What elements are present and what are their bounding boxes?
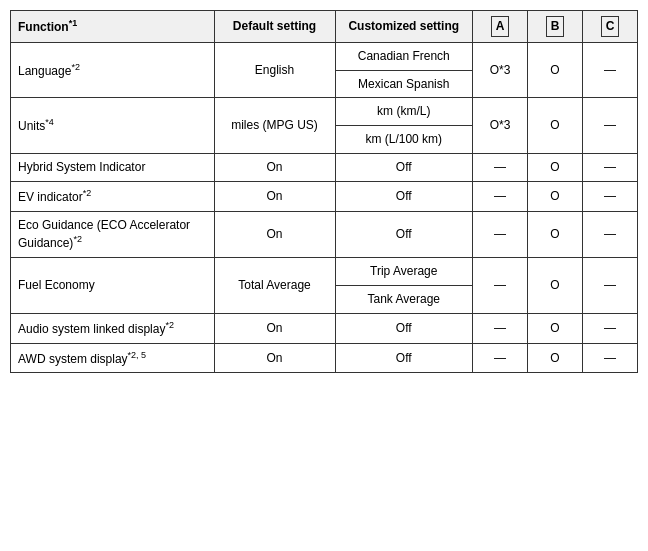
cell-custom: Off — [335, 313, 473, 343]
cell-col_c: — — [583, 211, 638, 258]
cell-function: Language*2 — [11, 42, 215, 98]
cell-custom: Off — [335, 211, 473, 258]
cell-col_a: — — [473, 153, 528, 181]
cell-col_b: O — [528, 42, 583, 98]
table-row: Units*4miles (MPG US)km (km/L)O*3O— — [11, 98, 638, 126]
cell-col_b: O — [528, 313, 583, 343]
table-row: Language*2EnglishCanadian FrenchO*3O— — [11, 42, 638, 70]
table-row: AWD system display*2, 5OnOff—O— — [11, 343, 638, 373]
cell-col_b: O — [528, 211, 583, 258]
cell-custom: km (km/L) — [335, 98, 473, 126]
cell-col_c: — — [583, 181, 638, 211]
cell-col_a: — — [473, 181, 528, 211]
cell-default: English — [214, 42, 335, 98]
cell-col_a: — — [473, 313, 528, 343]
cell-default: Total Average — [214, 258, 335, 314]
cell-col_a: — — [473, 211, 528, 258]
cell-col_c: — — [583, 258, 638, 314]
cell-function: Fuel Economy — [11, 258, 215, 314]
cell-col_b: O — [528, 181, 583, 211]
cell-default: On — [214, 313, 335, 343]
cell-function: EV indicator*2 — [11, 181, 215, 211]
header-col-b: B — [528, 11, 583, 43]
cell-col_b: O — [528, 258, 583, 314]
cell-col_c: — — [583, 313, 638, 343]
cell-col_c: — — [583, 153, 638, 181]
cell-function: Eco Guidance (ECO Accelerator Guidance)*… — [11, 211, 215, 258]
cell-custom: Off — [335, 343, 473, 373]
table-row: Audio system linked display*2OnOff—O— — [11, 313, 638, 343]
cell-custom: Tank Average — [335, 285, 473, 313]
cell-col_b: O — [528, 153, 583, 181]
cell-col_a: O*3 — [473, 98, 528, 154]
header-default: Default setting — [214, 11, 335, 43]
table-row: Fuel EconomyTotal AverageTrip Average—O— — [11, 258, 638, 286]
cell-col_a: — — [473, 343, 528, 373]
cell-col_c: — — [583, 343, 638, 373]
cell-col_c: — — [583, 98, 638, 154]
settings-table: Function*1 Default setting Customized se… — [10, 10, 638, 373]
cell-default: On — [214, 181, 335, 211]
cell-function: AWD system display*2, 5 — [11, 343, 215, 373]
cell-custom: Canadian French — [335, 42, 473, 70]
table-row: Hybrid System IndicatorOnOff—O— — [11, 153, 638, 181]
header-custom: Customized setting — [335, 11, 473, 43]
cell-col_a: — — [473, 258, 528, 314]
header-col-c: C — [583, 11, 638, 43]
cell-col_b: O — [528, 98, 583, 154]
cell-col_a: O*3 — [473, 42, 528, 98]
cell-col_c: — — [583, 42, 638, 98]
cell-col_b: O — [528, 343, 583, 373]
cell-function: Audio system linked display*2 — [11, 313, 215, 343]
cell-default: On — [214, 211, 335, 258]
cell-default: On — [214, 153, 335, 181]
cell-custom: Mexican Spanish — [335, 70, 473, 98]
cell-default: On — [214, 343, 335, 373]
cell-default: miles (MPG US) — [214, 98, 335, 154]
cell-custom: Off — [335, 181, 473, 211]
cell-function: Units*4 — [11, 98, 215, 154]
table-row: EV indicator*2OnOff—O— — [11, 181, 638, 211]
cell-custom: Off — [335, 153, 473, 181]
cell-custom: km (L/100 km) — [335, 126, 473, 154]
cell-function: Hybrid System Indicator — [11, 153, 215, 181]
table-row: Eco Guidance (ECO Accelerator Guidance)*… — [11, 211, 638, 258]
header-function: Function*1 — [11, 11, 215, 43]
cell-custom: Trip Average — [335, 258, 473, 286]
header-col-a: A — [473, 11, 528, 43]
